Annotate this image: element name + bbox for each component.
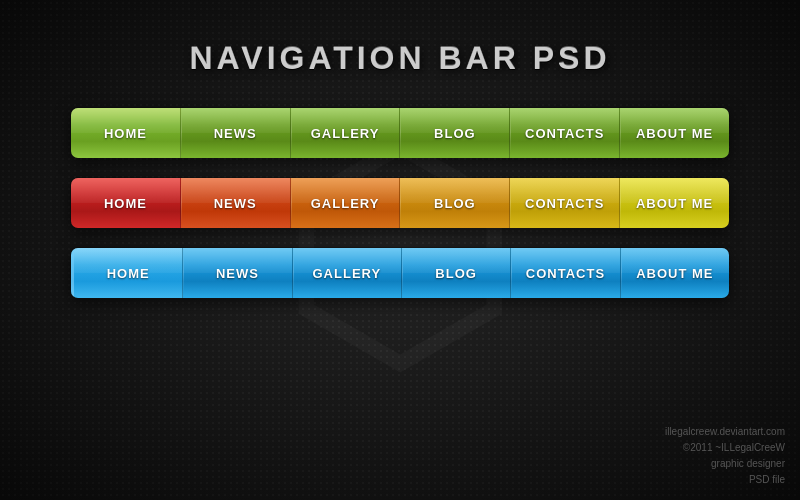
- credits-line4: PSD file: [665, 472, 785, 488]
- page-title: NAVIGATION BAR PSD: [189, 40, 610, 77]
- nav-item-blue-gallery[interactable]: GALLERY: [293, 248, 402, 298]
- nav-item-red-gallery[interactable]: GALLERY: [291, 178, 401, 228]
- nav-item-blue-contacts[interactable]: CONTACTS: [511, 248, 620, 298]
- nav-bar-blue: HOME NEWS GALLERY BLOG CONTACTS ABOUT ME: [70, 247, 730, 299]
- nav-bar-green: HOME NEWS GALLERY BLOG CONTACTS ABOUT ME: [70, 107, 730, 159]
- nav-item-red-about[interactable]: ABOUT ME: [620, 178, 729, 228]
- credits: illegalcreew.deviantart.com ©2011 ~ILLeg…: [665, 424, 785, 488]
- nav-item-blue-news[interactable]: NEWS: [183, 248, 292, 298]
- credits-line1: illegalcreew.deviantart.com: [665, 424, 785, 440]
- nav-item-green-about[interactable]: ABOUT ME: [620, 108, 729, 158]
- nav-item-red-contacts[interactable]: CONTACTS: [510, 178, 620, 228]
- nav-item-green-news[interactable]: NEWS: [181, 108, 291, 158]
- nav-item-red-news[interactable]: NEWS: [181, 178, 291, 228]
- nav-item-green-blog[interactable]: BLOG: [400, 108, 510, 158]
- credits-line2: ©2011 ~ILLegalCreeW: [665, 440, 785, 456]
- nav-item-blue-home[interactable]: HOME: [71, 248, 183, 298]
- nav-item-blue-blog[interactable]: BLOG: [402, 248, 511, 298]
- credits-line3: graphic designer: [665, 456, 785, 472]
- nav-container: HOME NEWS GALLERY BLOG CONTACTS ABOUT ME…: [70, 107, 730, 299]
- nav-item-green-home[interactable]: HOME: [71, 108, 181, 158]
- nav-item-green-contacts[interactable]: CONTACTS: [510, 108, 620, 158]
- nav-item-green-gallery[interactable]: GALLERY: [291, 108, 401, 158]
- nav-item-red-blog[interactable]: BLOG: [400, 178, 510, 228]
- nav-item-blue-about[interactable]: ABOUT ME: [621, 248, 729, 298]
- nav-bar-red: HOME NEWS GALLERY BLOG CONTACTS ABOUT ME: [70, 177, 730, 229]
- nav-item-red-home[interactable]: HOME: [71, 178, 181, 228]
